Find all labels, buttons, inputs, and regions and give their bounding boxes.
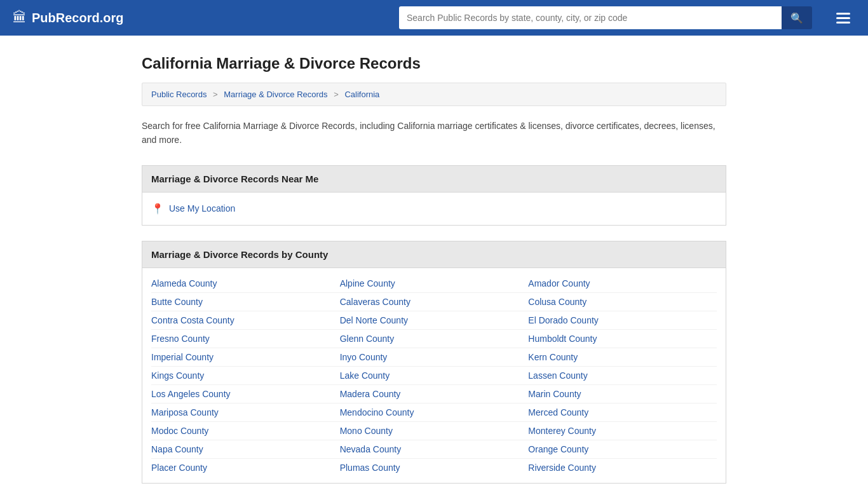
list-item: Alameda County: [151, 278, 340, 288]
list-item: Amador County: [528, 278, 717, 288]
breadcrumb-california[interactable]: California: [344, 90, 379, 99]
list-item: Mono County: [340, 426, 529, 436]
list-item: Contra Costa County: [151, 315, 340, 325]
county-link[interactable]: El Dorado County: [528, 315, 599, 325]
county-link[interactable]: Colusa County: [528, 297, 587, 307]
county-link[interactable]: Mendocino County: [340, 407, 414, 417]
list-item: Glenn County: [340, 334, 529, 344]
list-item: Kings County: [151, 370, 340, 381]
menu-button[interactable]: [831, 10, 855, 26]
location-icon: 📍: [151, 203, 164, 215]
use-location-link[interactable]: Use My Location: [169, 203, 235, 214]
use-location-row[interactable]: 📍 Use My Location: [142, 193, 726, 226]
list-item: Inyo County: [340, 352, 529, 362]
county-link[interactable]: Amador County: [528, 278, 590, 288]
menu-bar-1: [836, 13, 850, 15]
county-link[interactable]: Monterey County: [528, 426, 596, 436]
county-link[interactable]: Los Angeles County: [151, 389, 231, 399]
list-item: Imperial County: [151, 352, 340, 362]
county-link[interactable]: Fresno County: [151, 334, 210, 344]
county-link[interactable]: Kern County: [528, 352, 578, 362]
list-item: Del Norte County: [340, 315, 529, 325]
county-link[interactable]: Merced County: [528, 407, 588, 417]
search-icon: 🔍: [790, 12, 803, 24]
page-title: California Marriage & Divorce Records: [142, 55, 726, 72]
county-link[interactable]: Contra Costa County: [151, 315, 234, 325]
list-item: Los Angeles County: [151, 389, 340, 399]
list-item: Colusa County: [528, 297, 717, 307]
table-row: Alameda CountyAlpine CountyAmador County: [151, 274, 717, 293]
county-link[interactable]: Plumas County: [340, 463, 400, 473]
county-link[interactable]: Inyo County: [340, 352, 388, 362]
county-link[interactable]: Lake County: [340, 370, 390, 381]
county-link[interactable]: Del Norte County: [340, 315, 408, 325]
county-link[interactable]: Alpine County: [340, 278, 395, 288]
table-row: Napa CountyNevada CountyOrange County: [151, 440, 717, 459]
list-item: Placer County: [151, 463, 340, 473]
county-link[interactable]: Madera County: [340, 389, 401, 399]
county-header: Marriage & Divorce Records by County: [142, 241, 726, 268]
logo-icon: 🏛: [13, 10, 27, 26]
header: 🏛 PubRecord.org 🔍: [0, 0, 868, 36]
menu-bar-2: [836, 17, 850, 19]
list-item: Monterey County: [528, 426, 717, 436]
list-item: Calaveras County: [340, 297, 529, 307]
county-link[interactable]: Humboldt County: [528, 334, 597, 344]
list-item: Kern County: [528, 352, 717, 362]
county-link[interactable]: Orange County: [528, 444, 588, 454]
county-link[interactable]: Riverside County: [528, 463, 596, 473]
list-item: Napa County: [151, 444, 340, 454]
logo-text: PubRecord.org: [32, 11, 123, 25]
county-link[interactable]: Calaveras County: [340, 297, 410, 307]
table-row: Los Angeles CountyMadera CountyMarin Cou…: [151, 385, 717, 403]
breadcrumb: Public Records > Marriage & Divorce Reco…: [142, 83, 726, 106]
county-link[interactable]: Napa County: [151, 444, 203, 454]
search-input[interactable]: [399, 6, 782, 29]
list-item: Merced County: [528, 407, 717, 417]
list-item: Lassen County: [528, 370, 717, 381]
county-link[interactable]: Imperial County: [151, 352, 214, 362]
county-link[interactable]: Lassen County: [528, 370, 587, 381]
list-item: Mendocino County: [340, 407, 529, 417]
table-row: Placer CountyPlumas CountyRiverside Coun…: [151, 459, 717, 477]
county-link[interactable]: Butte County: [151, 297, 203, 307]
county-link[interactable]: Placer County: [151, 463, 207, 473]
list-item: Madera County: [340, 389, 529, 399]
main-content: California Marriage & Divorce Records Pu…: [129, 36, 739, 488]
search-area: 🔍: [399, 6, 812, 29]
breadcrumb-public-records[interactable]: Public Records: [151, 90, 207, 99]
list-item: Alpine County: [340, 278, 529, 288]
search-button[interactable]: 🔍: [782, 6, 812, 29]
list-item: Mariposa County: [151, 407, 340, 417]
list-item: El Dorado County: [528, 315, 717, 325]
breadcrumb-marriage-records[interactable]: Marriage & Divorce Records: [224, 90, 327, 99]
near-me-header: Marriage & Divorce Records Near Me: [142, 165, 726, 193]
county-link[interactable]: Nevada County: [340, 444, 402, 454]
table-row: Contra Costa CountyDel Norte CountyEl Do…: [151, 311, 717, 330]
county-link[interactable]: Mariposa County: [151, 407, 219, 417]
county-link[interactable]: Alameda County: [151, 278, 217, 288]
list-item: Nevada County: [340, 444, 529, 454]
county-link[interactable]: Mono County: [340, 426, 393, 436]
list-item: Plumas County: [340, 463, 529, 473]
description: Search for free California Marriage & Di…: [142, 119, 726, 147]
county-link[interactable]: Modoc County: [151, 426, 208, 436]
list-item: Humboldt County: [528, 334, 717, 344]
table-row: Butte CountyCalaveras CountyColusa Count…: [151, 293, 717, 311]
menu-bar-3: [836, 22, 850, 24]
table-row: Mariposa CountyMendocino CountyMerced Co…: [151, 403, 717, 422]
list-item: Orange County: [528, 444, 717, 454]
breadcrumb-sep-1: >: [213, 90, 218, 99]
list-item: Fresno County: [151, 334, 340, 344]
county-list: Alameda CountyAlpine CountyAmador County…: [142, 268, 726, 484]
county-link[interactable]: Kings County: [151, 370, 204, 381]
county-link[interactable]: Glenn County: [340, 334, 395, 344]
list-item: Butte County: [151, 297, 340, 307]
county-link[interactable]: Marin County: [528, 389, 581, 399]
table-row: Modoc CountyMono CountyMonterey County: [151, 422, 717, 440]
table-row: Kings CountyLake CountyLassen County: [151, 367, 717, 385]
list-item: Marin County: [528, 389, 717, 399]
county-section: Marriage & Divorce Records by County Ala…: [142, 241, 726, 484]
logo-area[interactable]: 🏛 PubRecord.org: [13, 10, 123, 26]
table-row: Imperial CountyInyo CountyKern County: [151, 348, 717, 367]
